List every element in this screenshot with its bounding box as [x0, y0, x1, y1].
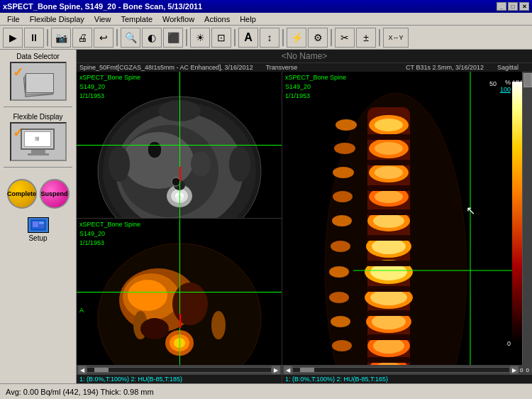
svg-rect-59 [367, 160, 410, 165]
svg-point-69 [336, 119, 357, 131]
svg-rect-62 [367, 235, 410, 241]
sagittal-spect-svg [282, 72, 532, 365]
svg-point-38 [375, 166, 403, 179]
toolbar-separator-5 [282, 29, 284, 46]
right-scrollbar-thumb[interactable] [300, 368, 314, 372]
flash-button[interactable]: ⚡ [287, 28, 306, 48]
scissors-button[interactable]: ✂ [335, 28, 355, 48]
status-right: 1: (B:0%,T:100%) 2: HU(B-85,T:165) [282, 375, 532, 383]
svg-rect-66 [367, 334, 410, 340]
scan-label-left: Transverse [264, 64, 299, 71]
status-left: 1: (B:0%,T:100%) 2: HU(B-85,T:185) [77, 375, 282, 383]
xy-button[interactable]: X↔Y [383, 28, 409, 48]
box-button[interactable]: ⬛ [163, 28, 183, 48]
data-selector-section: Data Selector ✓ [0, 53, 76, 101]
pause-button[interactable]: ⏸ [24, 28, 44, 48]
text-button[interactable]: A [238, 28, 258, 48]
menu-view[interactable]: View [90, 14, 116, 24]
menu-help[interactable]: Help [235, 14, 260, 24]
undo-button[interactable]: ↩ [94, 28, 113, 48]
svg-rect-58 [367, 134, 410, 140]
suspend-button[interactable]: Suspend [40, 179, 70, 209]
svg-point-73 [332, 215, 352, 226]
flexible-display-icon[interactable]: ✓ ⊞ [10, 122, 67, 161]
menu-template[interactable]: Template [116, 14, 157, 24]
action-buttons: Complete Suspend [7, 179, 70, 209]
complete-button[interactable]: Complete [7, 179, 37, 209]
minimize-button[interactable]: _ [497, 2, 506, 11]
zoom-button[interactable]: 🔍 [121, 28, 140, 48]
vertical-colorbar [512, 82, 522, 344]
menu-bar: File Flexible Display View Template Work… [0, 13, 532, 26]
panel-right[interactable]: xSPECT_Bone Spine S149_20 1/1/1953 ↖ % 5… [282, 72, 532, 365]
colorbar-pct-label: % [505, 79, 511, 86]
toolbar: ▶ ⏸ 📷 🖨 ↩ 🔍 ◐ ⬛ ☀ ⊡ A ↕ ⚡ ⚙ ✂ ± X↔Y [0, 26, 532, 50]
svg-point-40 [375, 190, 403, 203]
right-scrollbar-row: ◀ ▶ 0 0 [282, 365, 532, 375]
left-scrollbar-track[interactable] [87, 367, 272, 373]
scroll-right-right-arrow[interactable]: ▶ [510, 366, 519, 374]
scrollbar-thumb-right[interactable] [523, 73, 532, 87]
grid-button[interactable]: ⊡ [211, 28, 231, 48]
left-scrollbar-thumb[interactable] [94, 368, 109, 372]
menu-workflow[interactable]: Workflow [158, 14, 199, 24]
svg-point-34 [375, 119, 403, 131]
toolbar-separator-7 [379, 29, 380, 46]
spine-marker-2 [179, 314, 181, 328]
colorbar-0-label: 0 [507, 340, 511, 347]
data-selector-label: Data Selector [16, 53, 60, 60]
svg-rect-67 [367, 357, 410, 363]
svg-rect-60 [367, 185, 410, 191]
crosshair-v-topleft [179, 72, 180, 218]
right-scrollbar-track[interactable] [292, 367, 510, 373]
a-marker: A [79, 307, 84, 314]
menu-actions[interactable]: Actions [200, 14, 234, 24]
no-name-text: <No Name> [282, 51, 328, 61]
setup-svg-icon [31, 219, 46, 231]
no-name-bar: <No Name> [77, 50, 532, 63]
brightness-button[interactable]: ☀ [190, 28, 210, 48]
content-area: <No Name> Spine_50Fmt[CGZAS_48I1s5mm - A… [77, 50, 532, 383]
camera-button[interactable]: 📷 [51, 28, 71, 48]
svg-point-75 [329, 266, 349, 278]
svg-point-74 [331, 241, 350, 252]
menu-file[interactable]: File [3, 14, 24, 24]
scan-label-right: Sagittal [487, 64, 529, 71]
print-button[interactable]: 🖨 [72, 28, 92, 48]
right-scrollbar-area: ◀ ▶ 0 0 1: (B:0%,T:100%) 2: HU(B-85,T:16… [282, 365, 532, 383]
flexible-display-section: Flexible Display ✓ ⊞ [0, 113, 76, 161]
svg-point-15 [191, 151, 211, 177]
title-bar: xSPECT_Bone Spine, S149_20 - Bone Scan, … [0, 0, 532, 13]
svg-rect-61 [367, 209, 410, 215]
maximize-button[interactable]: □ [508, 2, 518, 11]
scroll-right-left-arrow[interactable]: ◀ [284, 366, 292, 374]
panel-top-left[interactable]: xSPECT_Bone Spine S149_20 1/1/1953 [77, 72, 282, 219]
scan-info-row: Spine_50Fmt[CGZAS_48I1s5mm - AC Enhanced… [77, 63, 532, 72]
svg-point-16 [148, 141, 162, 158]
play-button[interactable]: ▶ [3, 28, 23, 48]
svg-point-52 [373, 338, 404, 354]
toolbar-separator-1 [47, 29, 48, 46]
panel-bottom-left[interactable]: A xSPECT_Bone Spine S149_20 1/1/1953 [77, 219, 282, 365]
svg-rect-3 [39, 225, 44, 228]
svg-point-19 [229, 146, 250, 182]
arrow-button[interactable]: ↕ [260, 28, 279, 48]
status-bar: Avg: 0.00 Bq/ml (442, 194) Thick: 0.98 m… [0, 383, 532, 399]
svg-point-78 [332, 340, 352, 351]
settings-button[interactable]: ⚙ [308, 28, 328, 48]
mouse-cursor-icon: ↖ [466, 204, 475, 217]
setup-icon[interactable] [28, 217, 49, 233]
svg-point-28 [211, 311, 226, 339]
setup-area: Setup [28, 217, 49, 242]
plusminus-button[interactable]: ± [356, 28, 376, 48]
right-scrollbar[interactable] [522, 72, 532, 365]
toolbar-separator-6 [331, 29, 332, 46]
menu-flexible-display[interactable]: Flexible Display [26, 14, 89, 24]
scroll-left-arrow[interactable]: ◀ [78, 366, 87, 374]
svg-rect-1 [33, 222, 38, 227]
close-button[interactable]: ✕ [519, 2, 529, 11]
adjust-button[interactable]: ◐ [142, 28, 162, 48]
scroll-right-arrow[interactable]: ▶ [272, 366, 280, 374]
toolbar-separator-3 [186, 29, 187, 46]
data-selector-icon[interactable]: ✓ [10, 62, 67, 101]
